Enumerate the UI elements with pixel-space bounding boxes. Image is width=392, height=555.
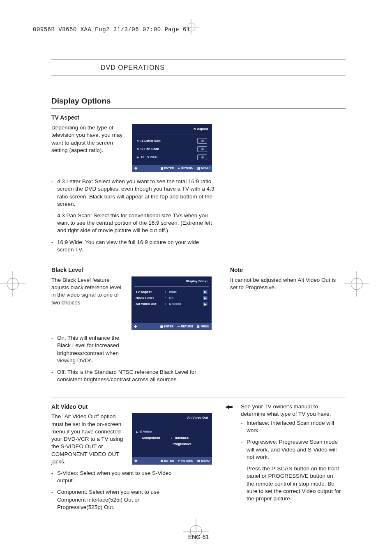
crop-mark-icon xyxy=(183,19,199,37)
note-text: It cannot be adjusted when Alt Video Out… xyxy=(230,276,341,291)
list-item: 16:9 Wide: You can view the full 16:9 pi… xyxy=(51,239,216,253)
note-heading: Note xyxy=(230,266,341,274)
display-setup-osd: Display Setup TV Aspect:Wide▶ Black Leve… xyxy=(131,276,212,330)
tv-aspect-heading: TV Aspect xyxy=(51,114,346,122)
tv-aspect-osd: TV Aspect 4 : 3 Letter Box 4 : 3 Pan Sca… xyxy=(132,124,212,172)
osd-footer: ✥ ▦ ENTER ↩ RETURN ▤ MENU xyxy=(131,323,212,330)
list-item: Off: This is the Standard NTSC reference… xyxy=(51,368,212,383)
triangle-icon: ▶ xyxy=(137,156,139,159)
osd-row: Progressive xyxy=(134,441,210,447)
list-item: 4:3 Letter Box: Select when you want to … xyxy=(51,178,216,208)
tv-aspect-intro: Depending on the type of television you … xyxy=(51,124,125,172)
move-icon: ✥ xyxy=(134,324,137,329)
page-number: ENG-61 xyxy=(51,533,346,541)
osd-title: Display Setup xyxy=(134,278,209,287)
alt-video-heading: Alt Video Out xyxy=(51,403,214,411)
svg-marker-12 xyxy=(225,405,233,409)
black-level-heading: Black Level xyxy=(51,266,212,274)
list-item: On: This will enhance the Black Level fo… xyxy=(51,334,125,364)
osd-title: TV Aspect xyxy=(134,126,210,134)
section-title: DVD OPERATIONS xyxy=(51,60,346,76)
list-item: Component: Select when you want to use C… xyxy=(51,488,179,511)
osd-title: Alt Video Out xyxy=(134,415,210,423)
osd-option: 4 : 3 Pan Scan xyxy=(134,145,210,153)
osd-option: 4 : 3 Letter Box xyxy=(134,137,210,145)
list-item: 4:3 Pan Scan: Select this for convention… xyxy=(51,212,216,235)
list-item: Press the P-SCAN button on the front pan… xyxy=(241,465,342,502)
alt-video-osd: Alt Video Out ▶S-Video Component:Interla… xyxy=(132,413,212,464)
osd-row: TV Aspect:Wide▶ xyxy=(134,289,209,295)
list-item: Progressive: Progressive Scan mode will … xyxy=(241,438,342,461)
crop-mark-icon xyxy=(0,271,25,299)
crop-mark-icon xyxy=(344,271,369,299)
page-title: Display Options xyxy=(51,96,346,106)
osd-row: Component:Interlace xyxy=(134,435,210,441)
chevron-right-icon: ▶ xyxy=(203,302,208,306)
radio-icon xyxy=(197,154,207,160)
osd-option-selected: ▶16 : 9 Wide xyxy=(134,153,210,161)
osd-footer: ✥ ▦ ENTER ↩ RETURN ▤ MENU xyxy=(132,457,212,465)
chevron-right-icon: ▶ xyxy=(203,296,208,300)
osd-row: Alt Video Out:S-Video▶ xyxy=(134,301,209,307)
list-item: Interlace: Interlaced Scan mode will wor… xyxy=(241,419,342,434)
osd-footer: ✥ ▦ ENTER ↩ RETURN ▤ MENU xyxy=(132,165,212,172)
list-item: S-Video: Select when you want to use S-V… xyxy=(51,470,179,484)
triangle-icon: ▶ xyxy=(136,430,138,434)
move-icon: ✥ xyxy=(134,458,138,463)
alt-video-intro: The "Alt Video Out" option must be set i… xyxy=(51,413,125,465)
doc-header: 00956B V8650 XAA_Eng2 31/3/06 07:00 Page… xyxy=(33,26,190,34)
radio-icon xyxy=(197,146,207,152)
radio-icon xyxy=(197,138,207,144)
chevron-right-icon: ▶ xyxy=(203,290,208,294)
heading-underline xyxy=(51,108,346,109)
arrow-left-icon xyxy=(225,404,233,507)
black-level-intro: The Black Level feature adjusts black re… xyxy=(51,276,124,330)
list-item: See your TV owner's manual to determine … xyxy=(235,403,342,418)
osd-row-selected: ▶S-Video xyxy=(134,429,210,435)
move-icon: ✥ xyxy=(134,166,138,171)
osd-row: Black Level:On▶ xyxy=(134,295,209,302)
